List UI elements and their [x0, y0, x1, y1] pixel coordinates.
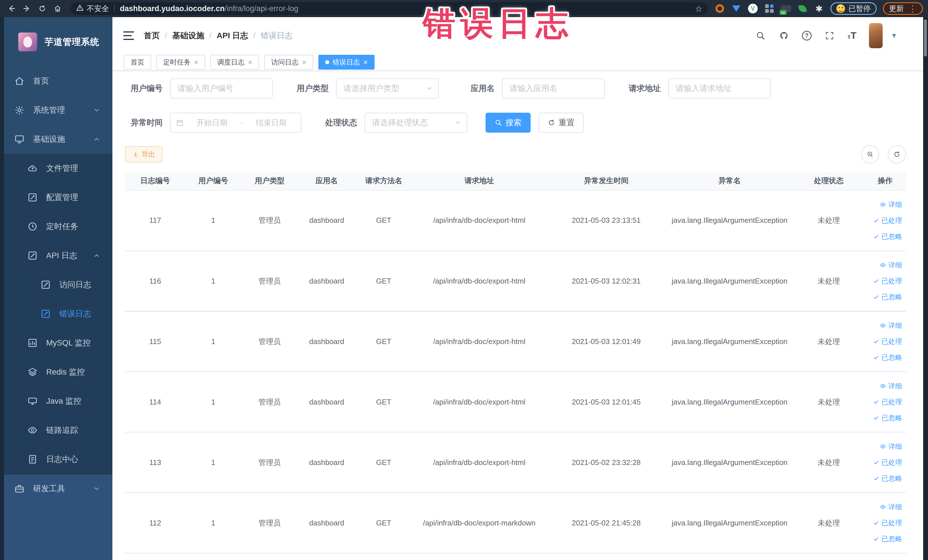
- action-详细[interactable]: 详细: [864, 197, 902, 212]
- sidebar-item-日志中心[interactable]: 日志中心: [0, 445, 112, 474]
- url-domain: dashboard.yudao.iocoder.cn: [120, 4, 225, 13]
- tab-首页[interactable]: 首页: [124, 55, 151, 70]
- action-已处理[interactable]: 已处理: [864, 515, 902, 531]
- process-status-select[interactable]: [365, 113, 467, 133]
- extension-icon-grid[interactable]: [764, 3, 774, 14]
- column-header-处理状态: 处理状态: [793, 171, 864, 190]
- action-已忽略[interactable]: 已忽略: [864, 410, 902, 426]
- sidebar-item-label: Redis 监控: [46, 366, 85, 377]
- action-已忽略[interactable]: 已忽略: [864, 229, 902, 244]
- action-详细[interactable]: 详细: [864, 257, 902, 273]
- sidebar-item-访问日志[interactable]: 访问日志: [0, 270, 112, 299]
- page-scrollbar[interactable]: [923, 17, 928, 560]
- browser-menu-icon[interactable]: ⋮: [908, 4, 917, 14]
- action-已处理[interactable]: 已处理: [864, 273, 902, 289]
- action-详细[interactable]: 详细: [864, 438, 902, 455]
- browser-back-icon[interactable]: [5, 2, 18, 15]
- sidebar-item-MySQL 监控[interactable]: MySQL 监控: [0, 328, 112, 357]
- action-已处理[interactable]: 已处理: [864, 334, 902, 349]
- browser-reload-icon[interactable]: [36, 2, 49, 15]
- sidebar-item-错误日志[interactable]: 错误日志: [0, 299, 112, 328]
- profile-paused-badge[interactable]: 已暂停: [830, 2, 877, 15]
- filter-input[interactable]: [170, 78, 273, 98]
- extension-icon-ring[interactable]: [714, 3, 725, 14]
- tab-定时任务[interactable]: 定时任务×: [156, 55, 205, 70]
- action-详细[interactable]: 详细: [864, 317, 902, 334]
- tab-close-icon[interactable]: ×: [302, 58, 306, 66]
- tab-close-icon[interactable]: ×: [194, 58, 198, 66]
- tab-close-icon[interactable]: ×: [363, 58, 368, 66]
- sidebar-item-基础设施[interactable]: 基础设施: [0, 125, 112, 154]
- date-range-picker[interactable]: 开始日期 - 结束日期: [170, 113, 301, 133]
- action-已忽略[interactable]: 已忽略: [864, 531, 902, 547]
- extension-icon-leaf[interactable]: [797, 3, 807, 14]
- address-bar[interactable]: 不安全 dashboard.yudao.iocoder.cn/infra/log…: [71, 2, 708, 15]
- input-应用名[interactable]: [502, 78, 605, 98]
- cell-user_id: 1: [185, 372, 241, 432]
- security-chip[interactable]: 不安全: [76, 4, 109, 14]
- sidebar-item-Java 监控[interactable]: Java 监控: [0, 386, 112, 416]
- filter-input[interactable]: [502, 78, 605, 98]
- sidebar-item-研发工具[interactable]: 研发工具: [0, 474, 112, 503]
- browser-update-button[interactable]: 更新 ⋮: [883, 2, 923, 15]
- sidebar-item-系统管理[interactable]: 系统管理: [0, 96, 112, 125]
- export-button[interactable]: 导出: [125, 146, 163, 163]
- app-logo-row[interactable]: 芋道管理系统: [0, 17, 112, 67]
- filter-input[interactable]: [336, 78, 439, 98]
- extension-icon-puzzle[interactable]: ✱: [814, 3, 824, 14]
- filter-input[interactable]: [668, 78, 771, 98]
- sidebar-collapse-icon[interactable]: [123, 31, 134, 40]
- process-status-input[interactable]: [365, 113, 467, 133]
- browser-forward-icon[interactable]: [21, 2, 33, 15]
- action-已忽略[interactable]: 已忽略: [864, 470, 902, 487]
- avatar-caret-down-icon[interactable]: ▼: [891, 32, 897, 40]
- cell-user_type: 管理员: [241, 190, 298, 251]
- extension-icon-drop[interactable]: [731, 3, 742, 14]
- tab-close-icon[interactable]: ×: [248, 58, 252, 66]
- search-button[interactable]: 搜索: [485, 113, 531, 133]
- sidebar-item-Redis 监控[interactable]: Redis 监控: [0, 357, 112, 386]
- input-用户编号[interactable]: [170, 78, 273, 98]
- user-avatar[interactable]: [869, 23, 883, 48]
- not-secure-label: 不安全: [87, 4, 109, 14]
- extension-icon-switch[interactable]: on: [781, 3, 791, 14]
- github-icon[interactable]: [778, 30, 789, 41]
- action-已处理[interactable]: 已处理: [864, 212, 902, 229]
- action-详细[interactable]: 详细: [864, 499, 902, 515]
- scrollbar-thumb[interactable]: [924, 20, 927, 56]
- sidebar-item-配置管理[interactable]: 配置管理: [0, 183, 112, 212]
- fullscreen-icon[interactable]: [824, 30, 835, 41]
- header-search-icon[interactable]: [755, 30, 766, 41]
- action-已忽略[interactable]: 已忽略: [864, 349, 902, 365]
- action-已处理[interactable]: 已处理: [864, 455, 902, 470]
- refresh-table-button[interactable]: [888, 145, 906, 163]
- breadcrumb-item[interactable]: 首页: [144, 30, 160, 41]
- column-header-日志编号: 日志编号: [125, 171, 185, 190]
- action-已忽略[interactable]: 已忽略: [864, 289, 902, 305]
- cell-time: 2021-05-03 12:01:45: [546, 372, 666, 432]
- tab-访问日志[interactable]: 访问日志×: [264, 55, 313, 70]
- breadcrumb-item[interactable]: 基础设施: [172, 30, 204, 41]
- breadcrumb-item[interactable]: API 日志: [217, 30, 248, 41]
- tab-错误日志[interactable]: 错误日志×: [318, 55, 375, 70]
- sidebar-item-label: 文件管理: [46, 163, 78, 174]
- action-详细[interactable]: 详细: [864, 378, 902, 394]
- sidebar-item-文件管理[interactable]: 文件管理: [0, 154, 112, 183]
- tab-调度日志[interactable]: 调度日志×: [210, 55, 259, 70]
- tab-label: 错误日志: [333, 58, 360, 67]
- font-size-icon[interactable]: тT: [847, 30, 857, 41]
- select-用户类型[interactable]: [336, 78, 439, 98]
- sidebar-item-链路追踪[interactable]: 链路追踪: [0, 416, 112, 445]
- input-请求地址[interactable]: [668, 78, 771, 98]
- sidebar-item-首页[interactable]: 首页: [0, 67, 112, 96]
- page-content: 用户编号用户类型应用名请求地址 异常时间 开始日期 - 结束日期 处理状态: [112, 71, 923, 560]
- bookmark-star-icon[interactable]: ☆: [695, 4, 703, 14]
- toggle-search-button[interactable]: [861, 145, 879, 163]
- extension-icon-vue[interactable]: V: [748, 3, 758, 14]
- reset-button[interactable]: 重置: [539, 113, 584, 133]
- sidebar-item-API 日志[interactable]: API 日志: [0, 241, 112, 270]
- sidebar-item-定时任务[interactable]: 定时任务: [0, 212, 112, 241]
- browser-home-icon[interactable]: [51, 2, 64, 15]
- action-已处理[interactable]: 已处理: [864, 394, 902, 410]
- help-icon[interactable]: ?: [802, 31, 812, 41]
